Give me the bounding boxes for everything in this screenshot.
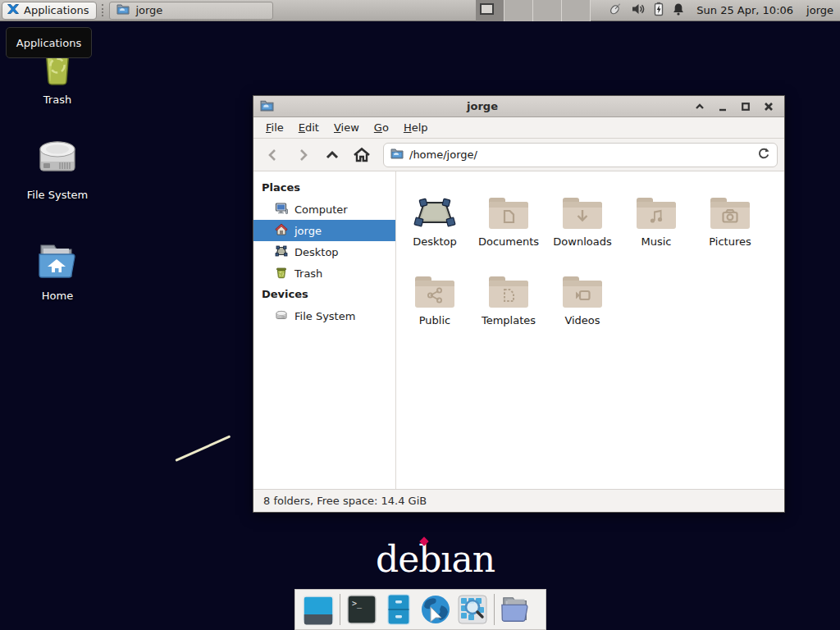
home-icon bbox=[275, 223, 288, 239]
file-item-label: Desktop bbox=[413, 235, 457, 248]
file-item-downloads[interactable]: Downloads bbox=[546, 183, 619, 262]
templates-folder-icon bbox=[489, 262, 528, 309]
hard-drive-icon bbox=[275, 308, 288, 324]
workspace-window-thumb bbox=[480, 3, 494, 15]
folder-window-icon bbox=[116, 3, 130, 17]
applications-menu-button[interactable]: Applications bbox=[2, 2, 97, 20]
menu-help[interactable]: Help bbox=[396, 119, 436, 136]
file-item-documents[interactable]: Documents bbox=[472, 183, 546, 262]
panel-clock[interactable]: Sun 25 Apr, 10:06 bbox=[696, 4, 793, 16]
home-icon[interactable] bbox=[349, 143, 375, 167]
file-item-label: Pictures bbox=[709, 235, 751, 248]
close-icon[interactable] bbox=[760, 98, 778, 115]
menu-view[interactable]: View bbox=[326, 119, 367, 136]
downloads-folder-icon bbox=[563, 183, 602, 231]
file-item-label: Documents bbox=[478, 235, 539, 248]
statusbar: 8 folders, Free space: 14.4 GiB bbox=[253, 489, 784, 512]
file-item-pictures[interactable]: Pictures bbox=[693, 183, 767, 262]
desktop-icon-label: Home bbox=[42, 290, 73, 302]
sidebar-devices-header: Devices bbox=[253, 284, 395, 305]
desktop-icon-home[interactable]: Home bbox=[12, 242, 103, 302]
sidebar-places-header: Places bbox=[253, 177, 395, 199]
dock-separator bbox=[494, 594, 495, 625]
file-manager-window: jorge File Edit View Go Help bbox=[253, 95, 785, 513]
show-desktop-icon[interactable] bbox=[303, 594, 334, 625]
workspace-4[interactable] bbox=[562, 0, 591, 21]
web-browser-icon[interactable] bbox=[420, 594, 451, 625]
sidebar-item-label: Computer bbox=[294, 203, 348, 216]
file-item-label: Music bbox=[641, 235, 672, 248]
workspace-pager bbox=[476, 0, 591, 21]
sidebar-item-desktop[interactable]: Desktop bbox=[253, 241, 395, 262]
dock-separator bbox=[340, 594, 340, 625]
path-bar[interactable]: /home/jorge/ bbox=[383, 143, 778, 167]
mouse-device-icon[interactable] bbox=[607, 2, 623, 19]
file-item-videos[interactable]: Videos bbox=[546, 262, 619, 340]
desktop-icon-file-system[interactable]: File System bbox=[12, 138, 103, 201]
menu-go[interactable]: Go bbox=[367, 119, 396, 136]
window-title: jorge bbox=[279, 100, 686, 112]
menu-file[interactable]: File bbox=[258, 119, 291, 136]
file-item-public[interactable]: Public bbox=[398, 262, 472, 340]
sidebar-item-label: Desktop bbox=[294, 246, 339, 258]
documents-folder-icon bbox=[489, 183, 528, 231]
window-titlebar[interactable]: jorge bbox=[253, 96, 784, 117]
desktop-icon bbox=[275, 244, 288, 260]
shade-icon[interactable] bbox=[691, 98, 709, 115]
forward-icon[interactable] bbox=[290, 143, 316, 167]
desktop-folder-icon bbox=[413, 183, 456, 231]
workspace-2[interactable] bbox=[504, 0, 533, 21]
file-grid: Desktop Documents Downloads Music bbox=[396, 171, 784, 489]
application-finder-icon[interactable] bbox=[457, 594, 488, 625]
menu-edit[interactable]: Edit bbox=[291, 119, 326, 136]
file-item-music[interactable]: Music bbox=[619, 183, 693, 262]
videos-folder-icon bbox=[563, 262, 602, 309]
panel-grip[interactable] bbox=[102, 4, 104, 16]
desktop-icon-label: File System bbox=[27, 189, 88, 201]
sidebar-item-label: File System bbox=[294, 310, 355, 322]
file-item-label: Public bbox=[419, 314, 450, 326]
file-cabinet-icon[interactable] bbox=[383, 594, 414, 625]
maximize-icon[interactable] bbox=[737, 98, 755, 115]
terminal-icon[interactable]: >_ bbox=[346, 594, 377, 625]
toolbar: /home/jorge/ bbox=[253, 139, 784, 171]
stray-line-artifact bbox=[175, 435, 231, 461]
hard-drive-icon bbox=[34, 138, 81, 183]
notifications-bell-icon[interactable] bbox=[672, 2, 685, 19]
sidebar-item-trash[interactable]: Trash bbox=[253, 262, 395, 284]
minimize-icon[interactable] bbox=[714, 98, 732, 115]
path-text[interactable]: /home/jorge/ bbox=[409, 148, 751, 161]
workspace-3[interactable] bbox=[533, 0, 562, 21]
file-item-label: Videos bbox=[564, 314, 600, 326]
battery-charging-icon[interactable] bbox=[653, 2, 664, 19]
panel-username[interactable]: jorge bbox=[806, 4, 833, 16]
refresh-icon[interactable] bbox=[757, 147, 770, 162]
menubar: File Edit View Go Help bbox=[253, 117, 784, 139]
top-panel: Applications jorge Sun 25 Apr, 10:06 jor… bbox=[0, 0, 840, 21]
desktop-icon-label: Trash bbox=[43, 94, 71, 106]
file-item-desktop[interactable]: Desktop bbox=[398, 183, 472, 262]
applications-menu-label: Applications bbox=[24, 4, 89, 16]
system-tray bbox=[607, 2, 685, 19]
debian-wordmark-text: debıan bbox=[376, 538, 495, 580]
sidebar-item-file-system[interactable]: File System bbox=[253, 305, 395, 326]
file-manager-icon[interactable] bbox=[500, 594, 532, 625]
volume-icon[interactable] bbox=[631, 2, 646, 19]
file-item-templates[interactable]: Templates bbox=[472, 262, 546, 340]
taskbar-window-button[interactable]: jorge bbox=[109, 2, 273, 20]
up-icon[interactable] bbox=[319, 143, 345, 167]
sidebar-item-jorge[interactable]: jorge bbox=[253, 220, 395, 241]
applications-tooltip: Applications bbox=[6, 27, 92, 58]
home-folder-icon bbox=[34, 242, 80, 284]
svg-text:>_: >_ bbox=[352, 599, 363, 609]
taskbar-window-label: jorge bbox=[135, 4, 162, 16]
sidebar-item-label: Trash bbox=[294, 267, 322, 280]
workspace-1[interactable] bbox=[476, 0, 504, 21]
debian-wordmark: debıan bbox=[376, 538, 495, 580]
sidebar-item-computer[interactable]: Computer bbox=[253, 199, 395, 220]
back-icon[interactable] bbox=[260, 143, 286, 167]
file-item-label: Templates bbox=[482, 314, 536, 326]
window-folder-icon bbox=[260, 99, 274, 114]
window-body: Places Computer jorge Desktop bbox=[253, 171, 784, 489]
sidebar-item-label: jorge bbox=[294, 225, 322, 237]
